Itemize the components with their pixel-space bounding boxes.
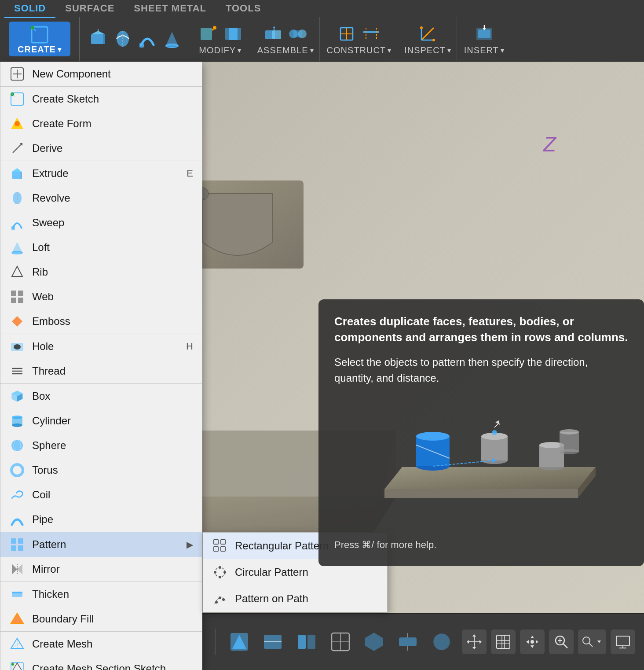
nav-zoom-dropdown-button[interactable] — [578, 630, 606, 654]
extrude-icon[interactable] — [87, 27, 110, 50]
nav-pan-button[interactable] — [520, 630, 545, 654]
menu-item-revolve[interactable]: Revolve — [0, 186, 202, 210]
extrude-shortcut: E — [187, 168, 193, 179]
tab-solid[interactable]: SOLID — [4, 0, 55, 18]
create-form-label: Create Form — [32, 118, 193, 130]
web-label: Web — [32, 291, 193, 303]
svg-marker-121 — [384, 467, 596, 489]
rectangular-pattern-label: Rectangular Pattern — [235, 540, 329, 552]
menu-item-create-form[interactable]: Create Form — [0, 111, 202, 136]
menu-item-create-mesh[interactable]: Create Mesh — [0, 631, 202, 656]
assemble-icon-2[interactable] — [286, 22, 309, 45]
inspect-icon[interactable] — [416, 22, 439, 45]
menu-item-create-mesh-section[interactable]: Create Mesh Section Sketch — [0, 656, 202, 670]
web-menu-icon — [9, 289, 25, 305]
menu-item-emboss[interactable]: Emboss — [0, 309, 202, 334]
help-box-shortcut: Press ⌘/ for more help. — [334, 537, 628, 552]
menu-item-sphere[interactable]: Sphere — [0, 433, 202, 458]
boundary-fill-menu-icon — [9, 611, 25, 627]
svg-marker-57 — [12, 168, 22, 172]
modify-icon-1[interactable] — [196, 22, 219, 45]
create-form-icon — [9, 116, 25, 132]
bottom-icon-view5[interactable] — [361, 626, 388, 658]
create-mesh-label: Create Mesh — [32, 638, 193, 650]
nav-display-button[interactable] — [611, 630, 635, 654]
menu-item-web[interactable]: Web — [0, 284, 202, 309]
sweep-icon[interactable] — [136, 27, 159, 50]
svg-rect-86 — [18, 538, 23, 544]
loft-menu-icon — [9, 239, 25, 255]
box-menu-icon — [9, 388, 25, 404]
svg-rect-129 — [481, 436, 508, 460]
pattern-on-path-icon — [212, 591, 228, 607]
menu-item-box[interactable]: Box — [0, 384, 202, 409]
menu-item-thread[interactable]: Thread — [0, 359, 202, 384]
svg-marker-22 — [273, 26, 275, 28]
thicken-menu-icon — [9, 586, 25, 602]
menu-item-coil[interactable]: Coil — [0, 482, 202, 507]
assemble-icon-1[interactable] — [262, 22, 285, 45]
insert-icon[interactable] — [473, 22, 496, 45]
svg-rect-173 — [497, 635, 510, 648]
revolve-icon[interactable] — [111, 27, 134, 50]
construct-icon-1[interactable] — [335, 22, 358, 45]
svg-point-94 — [219, 566, 221, 569]
menu-items-list: New Component Create Sketch Create Fo — [0, 62, 202, 670]
svg-marker-106 — [11, 613, 23, 623]
tab-surface[interactable]: SURFACE — [55, 0, 124, 18]
svg-line-32 — [421, 28, 434, 40]
svg-marker-162 — [365, 633, 383, 651]
loft-icon[interactable] — [161, 27, 183, 50]
svg-rect-87 — [11, 545, 16, 551]
menu-item-hole[interactable]: Hole H — [0, 334, 202, 359]
menu-item-derive[interactable]: Derive — [0, 136, 202, 161]
svg-point-72 — [14, 344, 21, 350]
tab-tools[interactable]: TOOLS — [216, 0, 271, 18]
svg-point-136 — [560, 429, 579, 434]
submenu-pattern-on-path[interactable]: Pattern on Path — [203, 585, 387, 612]
svg-rect-38 — [478, 29, 490, 38]
menu-item-create-sketch[interactable]: Create Sketch — [0, 87, 202, 111]
menu-item-cylinder[interactable]: Cylinder — [0, 409, 202, 433]
menu-item-sweep[interactable]: Sweep — [0, 210, 202, 235]
mirror-label: Mirror — [32, 563, 193, 575]
nav-crosshair-button[interactable] — [462, 630, 487, 654]
menu-item-new-component[interactable]: New Component — [0, 62, 202, 87]
svg-point-81 — [12, 423, 22, 427]
menu-item-mirror[interactable]: Mirror — [0, 557, 202, 582]
bottom-icon-view2[interactable] — [260, 626, 286, 658]
svg-point-126 — [416, 432, 450, 441]
svg-line-140 — [494, 424, 498, 427]
tab-sheetmetal[interactable]: SHEET METAL — [124, 0, 216, 18]
bottom-icon-view6[interactable] — [395, 626, 421, 658]
svg-marker-122 — [384, 489, 578, 498]
help-box-title: Creates duplicate faces, features, bodie… — [334, 313, 628, 346]
bottom-icon-view4[interactable] — [327, 626, 354, 658]
svg-rect-20 — [272, 30, 281, 39]
bottom-icon-view7[interactable] — [428, 626, 455, 658]
menu-item-extrude[interactable]: Extrude E — [0, 161, 202, 186]
menu-item-torus[interactable]: Torus — [0, 458, 202, 482]
construct-icon-2[interactable] — [360, 22, 383, 45]
menu-item-thicken[interactable]: Thicken — [0, 582, 202, 607]
menu-item-boundary-fill[interactable]: Boundary Fill — [0, 607, 202, 631]
menu-item-loft[interactable]: Loft — [0, 235, 202, 260]
svg-rect-69 — [18, 298, 23, 303]
create-button[interactable]: CREATE ▾ — [9, 22, 70, 56]
svg-point-113 — [11, 663, 14, 666]
svg-marker-169 — [472, 634, 476, 637]
menu-item-pattern[interactable]: Pattern ▶ Rectangular Pattern ⋯ — [0, 532, 202, 557]
nav-zoom-button[interactable] — [549, 630, 574, 654]
new-component-icon — [9, 66, 25, 82]
menu-item-rib[interactable]: Rib — [0, 260, 202, 284]
help-box-description: Select the objects to pattern then speci… — [334, 354, 628, 386]
menu-item-pipe[interactable]: Pipe — [0, 507, 202, 532]
bottom-icon-view3[interactable] — [293, 626, 320, 658]
svg-rect-158 — [307, 635, 315, 649]
revolve-menu-icon — [9, 190, 25, 206]
pattern-menu-icon — [9, 537, 25, 552]
nav-grid-button[interactable] — [491, 630, 516, 654]
modify-group: MODIFY ▾ — [191, 17, 250, 61]
modify-icon-2[interactable] — [222, 22, 245, 45]
bottom-icon-view1[interactable] — [226, 626, 253, 658]
